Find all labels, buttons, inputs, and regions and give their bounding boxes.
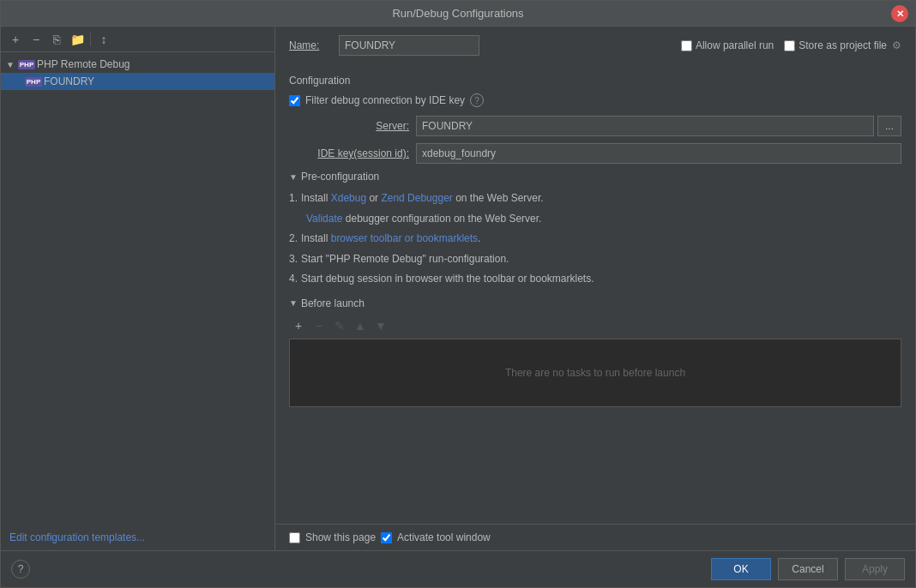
before-launch-title: Before launch [301,297,365,309]
launch-add-button[interactable]: + [289,316,308,335]
allow-parallel-run-label: Allow parallel run [696,39,774,51]
footer: ? OK Cancel Apply [1,550,915,587]
pre-config-arrow: ▼ [289,172,298,182]
filter-debug-label: Filter debug connection by IDE key [305,94,465,106]
run-debug-dialog: Run/Debug Configurations ✕ + − ⎘ 📁 ↕ ▼ P… [0,0,916,588]
filter-debug-checkbox[interactable] [289,95,300,106]
edit-templates-link[interactable]: Edit configuration templates... [1,525,274,550]
tree-item-foundry[interactable]: PHP FOUNDRY [1,73,274,90]
left-panel: + − ⎘ 📁 ↕ ▼ PHP PHP Remote Debug PHP [1,27,275,550]
foundry-config-icon: PHP [27,75,40,88]
before-launch-arrow: ▼ [289,298,298,308]
cancel-button[interactable]: Cancel [778,558,838,580]
pre-config-step-validate: Validate debugger configuration on the W… [306,210,901,229]
dialog-title: Run/Debug Configurations [392,7,523,20]
server-more-button[interactable]: ... [877,116,901,136]
ide-key-label: IDE key(session id): [289,147,409,159]
show-page-label: Show this page [305,531,376,543]
zend-debugger-link[interactable]: Zend Debugger [381,192,452,204]
pre-config-list: 1. Install Xdebug or Zend Debugger on th… [289,189,901,289]
name-label: Name: [289,39,332,51]
filter-row: Filter debug connection by IDE key ? [289,93,901,107]
help-button[interactable]: ? [11,560,30,579]
config-header: Name: Allow parallel run Store as projec… [275,27,915,68]
right-panel: Name: Allow parallel run Store as projec… [275,27,915,550]
activate-tool-window-label: Activate tool window [397,531,491,543]
server-select[interactable]: FOUNDRY [416,116,874,136]
pre-config-title: Pre-configuration [301,171,379,183]
server-label: Server: [289,120,409,132]
server-select-wrap: FOUNDRY ... [416,116,901,136]
tree-group-arrow: ▼ [6,60,16,69]
server-row: Server: FOUNDRY ... [289,116,901,136]
php-remote-debug-icon: PHP [20,57,33,71]
main-content: + − ⎘ 📁 ↕ ▼ PHP PHP Remote Debug PHP [1,27,915,550]
left-toolbar: + − ⎘ 📁 ↕ [1,27,274,52]
title-bar: Run/Debug Configurations ✕ [1,1,915,27]
no-tasks-text: There are no tasks to run before launch [505,367,685,379]
tree-group-php-remote-debug[interactable]: ▼ PHP PHP Remote Debug [1,56,274,73]
validate-link[interactable]: Validate [306,213,342,225]
before-launch-section: ▼ Before launch + − ✎ ▲ ▼ There are no t… [289,297,901,407]
sort-button[interactable]: ↕ [94,30,113,49]
store-as-project-file-checkbox[interactable] [784,40,795,51]
store-as-project-file-label: Store as project file [798,39,887,51]
configuration-section-title: Configuration [289,75,901,87]
store-as-project-file-checkbox-label[interactable]: Store as project file ⚙ [784,39,901,51]
pre-config-step-2: 2. Install browser toolbar or bookmarkle… [289,230,901,249]
name-input[interactable] [339,35,479,56]
header-options: Allow parallel run Store as project file… [681,39,901,51]
xdebug-link[interactable]: Xdebug [331,192,366,204]
tree-group-label: PHP Remote Debug [37,58,130,70]
launch-down-button[interactable]: ▼ [371,316,390,335]
copy-config-button[interactable]: ⎘ [47,30,66,49]
launch-edit-button[interactable]: ✎ [330,316,349,335]
pre-config-section: ▼ Pre-configuration 1. Install Xdebug or… [289,171,901,289]
pre-config-step-1: 1. Install Xdebug or Zend Debugger on th… [289,189,901,208]
remove-config-button[interactable]: − [27,30,45,49]
show-page-checkbox[interactable] [289,532,300,543]
add-config-button[interactable]: + [6,30,25,49]
allow-parallel-run-checkbox-label[interactable]: Allow parallel run [681,39,774,51]
pre-config-header[interactable]: ▼ Pre-configuration [289,171,901,183]
launch-area: There are no tasks to run before launch [289,339,901,407]
bottom-options: Show this page Activate tool window [275,524,915,550]
ide-key-input[interactable] [416,143,901,164]
launch-toolbar: + − ✎ ▲ ▼ [289,316,901,335]
pre-config-step-4: 4. Start debug session in browser with t… [289,270,901,289]
before-launch-header[interactable]: ▼ Before launch [289,297,901,309]
config-body: Configuration Filter debug connection by… [275,68,915,524]
ok-button[interactable]: OK [711,558,771,580]
close-button[interactable]: ✕ [891,5,908,22]
copy-folder-button[interactable]: 📁 [68,30,87,49]
launch-up-button[interactable]: ▲ [351,316,370,335]
browser-toolbar-link[interactable]: browser toolbar or bookmarklets [331,232,478,244]
toolbar-separator [90,33,91,46]
activate-tool-window-checkbox[interactable] [381,532,392,543]
launch-remove-button[interactable]: − [310,316,328,335]
ide-key-row: IDE key(session id): [289,143,901,164]
pre-config-step-3: 3. Start "PHP Remote Debug" run-configur… [289,250,901,269]
allow-parallel-run-checkbox[interactable] [681,40,692,51]
apply-button[interactable]: Apply [845,558,905,580]
config-tree: ▼ PHP PHP Remote Debug PHP FOUNDRY [1,52,274,525]
name-row: Name: Allow parallel run Store as projec… [289,35,901,56]
filter-help-icon[interactable]: ? [470,93,484,107]
gear-icon: ⚙ [892,39,901,51]
footer-buttons: OK Cancel Apply [711,558,905,580]
tree-item-label: FOUNDRY [44,75,94,87]
